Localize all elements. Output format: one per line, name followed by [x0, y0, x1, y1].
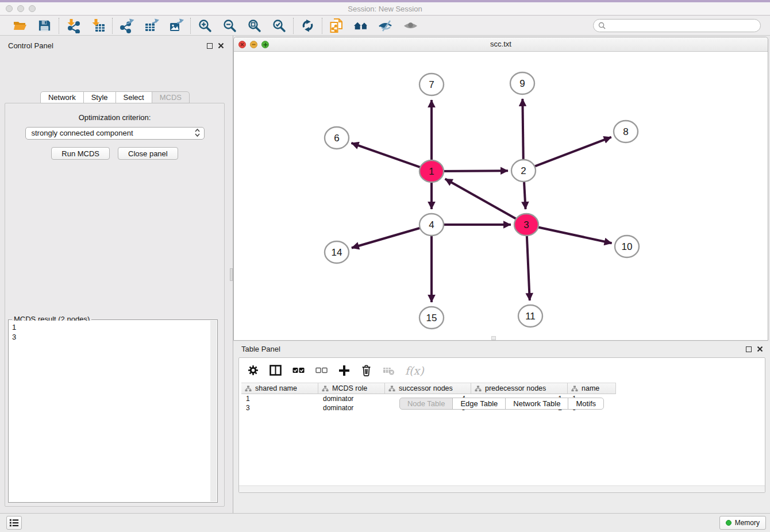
tab-motifs[interactable]: Motifs	[568, 398, 604, 410]
table-panel: Table Panel	[233, 342, 770, 513]
delete-table-icon	[383, 365, 394, 376]
save-floppy-icon	[37, 18, 52, 33]
open-session-button[interactable]	[12, 18, 28, 33]
export-image-icon	[169, 18, 184, 33]
open-folder-icon	[13, 18, 28, 33]
show-columns-button[interactable]	[270, 365, 282, 376]
result-scrollbar[interactable]	[210, 321, 217, 502]
task-history-button[interactable]	[6, 516, 22, 530]
graph-edge-4-14[interactable]	[352, 226, 427, 248]
graph-node-15[interactable]: 15	[419, 307, 444, 329]
tab-select[interactable]: Select	[116, 91, 152, 103]
graph-node-14[interactable]: 14	[325, 241, 349, 263]
tab-node-table[interactable]: Node Table	[399, 398, 453, 410]
memory-button[interactable]: Memory	[719, 516, 766, 530]
deselect-all-button[interactable]	[315, 365, 328, 375]
delete-table-button	[383, 365, 394, 376]
gear-icon	[248, 365, 259, 376]
close-panel-button[interactable]: Close panel	[118, 147, 178, 160]
deselect-all-icon	[315, 365, 328, 375]
export-table-icon	[144, 18, 159, 33]
graph-node-11[interactable]: 11	[518, 305, 542, 327]
graph-edge-2-9[interactable]	[522, 99, 523, 166]
window-title: Session: New Session	[0, 2, 770, 16]
float-panel-icon[interactable]	[746, 346, 752, 352]
graph-node-2[interactable]: 2	[511, 160, 536, 182]
columns-icon	[270, 365, 282, 376]
graph-node-4[interactable]: 4	[419, 214, 444, 236]
graph-edge-3-11[interactable]	[526, 229, 529, 300]
first-neighbors-button[interactable]	[353, 18, 369, 33]
column-header-shared-name[interactable]: shared name	[241, 383, 318, 394]
export-image-button[interactable]	[168, 18, 184, 33]
import-table-button[interactable]	[90, 18, 106, 33]
column-header-successor-nodes[interactable]: successor nodes	[385, 383, 471, 394]
control-panel: Control Panel NetworkStyleSelectMCDS Opt…	[0, 36, 230, 513]
column-header-MCDS-role[interactable]: MCDS role	[318, 383, 385, 394]
delete-selected-button[interactable]	[361, 364, 372, 377]
control-panel-title: Control Panel	[8, 41, 53, 50]
network-maximize-button[interactable]	[261, 41, 269, 48]
show-all-button[interactable]	[403, 18, 418, 33]
graph-node-7[interactable]: 7	[419, 74, 444, 95]
network-graph: 1234678910111415	[234, 52, 768, 340]
import-table-icon	[91, 18, 106, 33]
table-options-button[interactable]	[248, 365, 259, 376]
tab-style[interactable]: Style	[83, 91, 116, 103]
column-header-label: MCDS role	[332, 384, 367, 392]
optimization-criterion-select[interactable]: strongly connected component	[25, 127, 205, 140]
save-session-button[interactable]	[37, 18, 52, 33]
refresh-view-button[interactable]	[300, 18, 315, 33]
float-panel-icon[interactable]	[207, 43, 213, 49]
close-panel-icon[interactable]	[757, 346, 763, 352]
zoom-out-button[interactable]	[222, 18, 237, 33]
tab-network[interactable]: Network	[40, 91, 84, 103]
search-input[interactable]	[609, 21, 756, 30]
pane-resize-handle[interactable]	[491, 336, 496, 340]
graph-edge-3-1[interactable]	[445, 179, 523, 222]
network-minimize-button[interactable]	[250, 41, 257, 48]
graph-node-9[interactable]: 9	[510, 72, 534, 94]
graph-edge-1-2[interactable]	[436, 171, 508, 171]
graph-node-label: 11	[525, 311, 536, 322]
clone-network-button[interactable]	[329, 18, 344, 33]
mcds-result-text[interactable]: 13	[9, 321, 217, 502]
graph-node-10[interactable]: 10	[615, 236, 639, 257]
graph-node-label: 15	[426, 313, 437, 323]
network-close-button[interactable]	[238, 41, 246, 48]
graph-edge-2-8[interactable]	[528, 137, 611, 169]
graph-node-6[interactable]: 6	[325, 127, 349, 149]
graph-node-1[interactable]: 1	[419, 160, 444, 182]
close-panel-icon[interactable]	[218, 43, 224, 49]
zoom-in-button[interactable]	[197, 18, 213, 33]
graph-node-label: 10	[622, 241, 633, 252]
graph-edge-3-10[interactable]	[531, 226, 612, 244]
zoom-selected-button[interactable]	[271, 18, 287, 33]
attribute-type-icon	[388, 385, 395, 392]
network-canvas[interactable]: 1234678910111415	[234, 52, 768, 340]
fit-content-button[interactable]	[247, 18, 262, 33]
splitter-handle[interactable]	[230, 268, 233, 281]
tab-network-table[interactable]: Network Table	[505, 398, 568, 410]
graph-edge-1-6[interactable]	[351, 143, 427, 169]
export-table-button[interactable]	[144, 18, 159, 33]
run-mcds-button[interactable]: Run MCDS	[51, 147, 110, 160]
search-icon	[598, 22, 606, 29]
graph-node-3[interactable]: 3	[514, 214, 538, 236]
hide-selected-button[interactable]	[378, 18, 394, 33]
graph-node-8[interactable]: 8	[614, 121, 638, 142]
add-row-button[interactable]	[338, 365, 350, 376]
column-header-predecessor-nodes[interactable]: predecessor nodes	[471, 383, 568, 394]
import-network-button[interactable]	[66, 18, 81, 33]
export-network-button[interactable]	[119, 18, 134, 33]
column-header-label: successor nodes	[399, 384, 453, 392]
control-panel-tabs: NetworkStyleSelectMCDS	[0, 91, 230, 103]
tab-edge-table[interactable]: Edge Table	[452, 398, 506, 410]
select-all-button[interactable]	[292, 365, 305, 375]
column-header-name[interactable]: name	[568, 383, 616, 394]
memory-label: Memory	[735, 519, 760, 527]
network-view-window: scc.txt 1234678910111415	[233, 37, 768, 341]
clone-network-icon	[329, 18, 344, 33]
tab-mcds[interactable]: MCDS	[152, 91, 190, 103]
network-window-titlebar: scc.txt	[234, 37, 768, 52]
